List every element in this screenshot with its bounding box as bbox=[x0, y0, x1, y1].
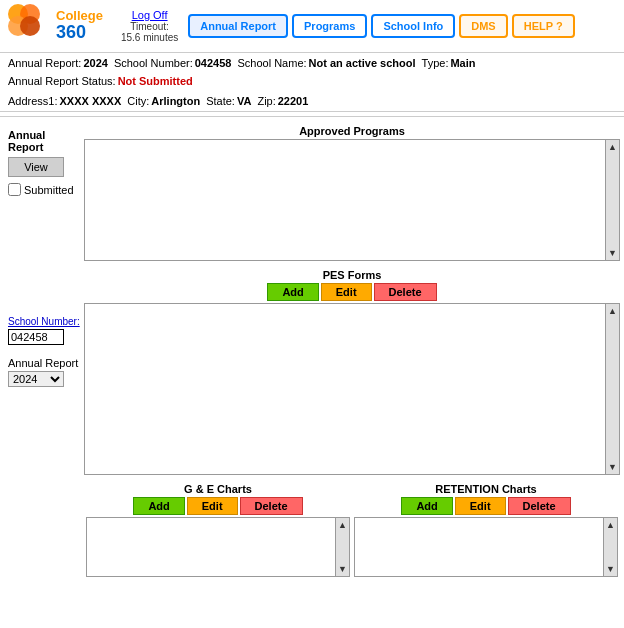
approved-programs-section: Approved Programs ▲ ▼ bbox=[84, 125, 620, 261]
scroll-down-arrow[interactable]: ▼ bbox=[606, 246, 619, 260]
approved-programs-title: Approved Programs bbox=[84, 125, 620, 137]
school-number-label: School Number: bbox=[114, 57, 193, 69]
ge-edit-button[interactable]: Edit bbox=[187, 497, 238, 515]
ge-charts-listbox[interactable]: ▲ ▼ bbox=[86, 517, 350, 577]
ge-charts-section: G & E Charts Add Edit Delete ▲ ▼ bbox=[86, 483, 350, 577]
view-button[interactable]: View bbox=[8, 157, 64, 177]
ge-charts-buttons: Add Edit Delete bbox=[86, 497, 350, 515]
pes-forms-buttons: Add Edit Delete bbox=[84, 283, 620, 301]
retention-charts-section: RETENTION Charts Add Edit Delete ▲ ▼ bbox=[354, 483, 618, 577]
header-mid: Log Off Timeout: 15.6 minutes bbox=[121, 9, 178, 43]
retention-charts-listbox[interactable]: ▲ ▼ bbox=[354, 517, 618, 577]
city-info: City: Arlington bbox=[127, 95, 200, 107]
approved-programs-list bbox=[85, 140, 619, 260]
sidebar-annual-report-title: Annual Report bbox=[8, 129, 80, 153]
tab-school-info[interactable]: School Info bbox=[371, 14, 455, 38]
zip-value: 22201 bbox=[278, 95, 309, 107]
sidebar-annual-report: Annual Report View Submitted bbox=[8, 129, 80, 196]
pes-delete-button[interactable]: Delete bbox=[374, 283, 437, 301]
info-bar: Annual Report: 2024 School Number: 04245… bbox=[0, 53, 624, 112]
pes-forms-title: PES Forms bbox=[84, 269, 620, 281]
retention-scroll-down[interactable]: ▼ bbox=[604, 562, 617, 576]
type-label: Type: bbox=[422, 57, 449, 69]
state-label: State: bbox=[206, 95, 235, 107]
retention-charts-list bbox=[355, 518, 603, 576]
approved-programs-scrollbar[interactable]: ▲ ▼ bbox=[605, 140, 619, 260]
annual-report-value: 2024 bbox=[83, 57, 107, 69]
pes-forms-list bbox=[85, 304, 619, 474]
pes-edit-button[interactable]: Edit bbox=[321, 283, 372, 301]
main-content: Annual Report View Submitted School Numb… bbox=[0, 121, 624, 581]
school-name-info: School Name: Not an active school bbox=[237, 57, 415, 69]
approved-programs-listbox[interactable]: ▲ ▼ bbox=[84, 139, 620, 261]
submitted-checkbox[interactable] bbox=[8, 183, 21, 196]
pes-forms-scrollbar[interactable]: ▲ ▼ bbox=[605, 304, 619, 474]
logo-area: College 360 bbox=[8, 4, 109, 48]
pes-scroll-up-arrow[interactable]: ▲ bbox=[606, 304, 619, 318]
state-value: VA bbox=[237, 95, 251, 107]
submitted-checkbox-wrapper: Submitted bbox=[8, 183, 80, 196]
ge-add-button[interactable]: Add bbox=[133, 497, 184, 515]
school-number-input[interactable] bbox=[8, 329, 64, 345]
sidebar-annual-report-select: Annual Report 2024 2023 2022 2021 bbox=[8, 357, 80, 387]
logo-360-text: 360 bbox=[56, 23, 103, 43]
retention-charts-buttons: Add Edit Delete bbox=[354, 497, 618, 515]
school-number-info: School Number: 042458 bbox=[114, 57, 232, 69]
ge-scrollbar[interactable]: ▲ ▼ bbox=[335, 518, 349, 576]
school-name-value: Not an active school bbox=[309, 57, 416, 69]
annual-report-label: Annual Report: bbox=[8, 57, 81, 69]
tab-annual-report[interactable]: Annual Report bbox=[188, 14, 288, 38]
submitted-label: Submitted bbox=[24, 184, 74, 196]
sidebar-school-number: School Number: bbox=[8, 316, 80, 345]
retention-charts-title: RETENTION Charts bbox=[354, 483, 618, 495]
retention-add-button[interactable]: Add bbox=[401, 497, 452, 515]
pes-scroll-down-arrow[interactable]: ▼ bbox=[606, 460, 619, 474]
state-info: State: VA bbox=[206, 95, 251, 107]
scroll-up-arrow[interactable]: ▲ bbox=[606, 140, 619, 154]
retention-scrollbar[interactable]: ▲ ▼ bbox=[603, 518, 617, 576]
content-area: Approved Programs ▲ ▼ PES Forms Add Edit… bbox=[84, 125, 620, 577]
type-value: Main bbox=[450, 57, 475, 69]
ge-charts-title: G & E Charts bbox=[86, 483, 350, 495]
pes-add-button[interactable]: Add bbox=[267, 283, 318, 301]
tab-help[interactable]: HELP ? bbox=[512, 14, 575, 38]
logo-college-text: College bbox=[56, 9, 103, 23]
school-number-sidebar-label[interactable]: School Number: bbox=[8, 316, 80, 327]
annual-report-status-value: Not Submitted bbox=[118, 75, 193, 87]
pes-forms-section: PES Forms Add Edit Delete ▲ ▼ bbox=[84, 269, 620, 475]
header: College 360 Log Off Timeout: 15.6 minute… bbox=[0, 0, 624, 53]
zip-label: Zip: bbox=[257, 95, 275, 107]
ge-scroll-down[interactable]: ▼ bbox=[336, 562, 349, 576]
school-name-label: School Name: bbox=[237, 57, 306, 69]
annual-report-status-info: Annual Report Status: Not Submitted bbox=[8, 75, 193, 87]
nav-tabs: Annual Report Programs School Info DMS H… bbox=[188, 14, 574, 38]
pes-forms-listbox[interactable]: ▲ ▼ bbox=[84, 303, 620, 475]
address1-label: Address1: bbox=[8, 95, 58, 107]
ge-charts-list bbox=[87, 518, 335, 576]
annual-report-select[interactable]: 2024 2023 2022 2021 bbox=[8, 371, 64, 387]
annual-report-status-label: Annual Report Status: bbox=[8, 75, 116, 87]
school-number-value: 042458 bbox=[195, 57, 232, 69]
timeout-text: Timeout: 15.6 minutes bbox=[121, 21, 178, 43]
annual-report-info: Annual Report: 2024 bbox=[8, 57, 108, 69]
divider bbox=[0, 116, 624, 117]
city-label: City: bbox=[127, 95, 149, 107]
logoff-button[interactable]: Log Off bbox=[132, 9, 168, 21]
ge-delete-button[interactable]: Delete bbox=[240, 497, 303, 515]
type-info: Type: Main bbox=[422, 57, 476, 69]
charts-row: G & E Charts Add Edit Delete ▲ ▼ bbox=[84, 483, 620, 577]
retention-edit-button[interactable]: Edit bbox=[455, 497, 506, 515]
annual-report-sidebar-label: Annual Report bbox=[8, 357, 80, 369]
zip-info: Zip: 22201 bbox=[257, 95, 308, 107]
address1-value: XXXX XXXX bbox=[60, 95, 122, 107]
sidebar: Annual Report View Submitted School Numb… bbox=[4, 125, 84, 577]
retention-delete-button[interactable]: Delete bbox=[508, 497, 571, 515]
tab-programs[interactable]: Programs bbox=[292, 14, 367, 38]
retention-scroll-up[interactable]: ▲ bbox=[604, 518, 617, 532]
tab-dms[interactable]: DMS bbox=[459, 14, 507, 38]
city-value: Arlington bbox=[151, 95, 200, 107]
address1-info: Address1: XXXX XXXX bbox=[8, 95, 121, 107]
ge-scroll-up[interactable]: ▲ bbox=[336, 518, 349, 532]
